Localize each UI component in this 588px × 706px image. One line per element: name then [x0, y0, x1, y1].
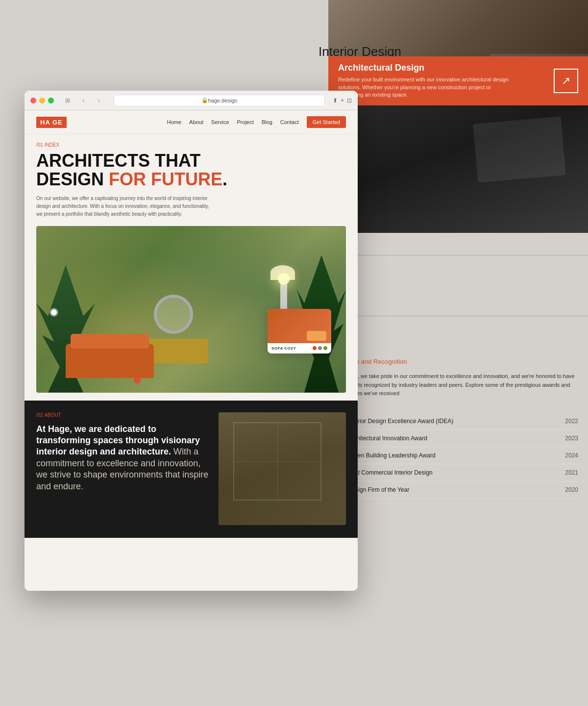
product-card-image — [268, 309, 331, 343]
browser-nav-controls: ⊞ ‹ › — [61, 95, 106, 106]
browser-forward-icon[interactable]: › — [92, 95, 106, 106]
nav-link-home[interactable]: Home — [167, 119, 181, 125]
bg-award-year-2: 2023 — [565, 435, 578, 442]
bg-award-name-3: Green Building Leadership Award — [348, 452, 565, 459]
browser-share-icon[interactable]: ⬆ — [333, 97, 338, 104]
browser-chrome: ⊞ ‹ › 🔒 hage.design ⬆ + ⊡ — [24, 91, 358, 110]
hero-title-line2-normal: DESIGN — [36, 169, 109, 189]
bg-award-item-1: Interior Design Excellence Award (IDEA) … — [338, 413, 578, 430]
about-section: /02 ABOUT At Hage, we are dedicated to t… — [24, 401, 358, 538]
browser-grid-icon[interactable]: ⊞ — [61, 95, 74, 106]
bg-right-dividers: n — [328, 235, 588, 336]
about-index-label: /02 ABOUT — [36, 412, 209, 418]
bg-award-year-4: 2021 — [565, 469, 578, 476]
address-bar-url: hage.design — [208, 98, 238, 103]
nav-cta-button[interactable]: Get Started — [307, 116, 346, 128]
about-image — [219, 412, 346, 525]
traffic-light-minimize[interactable] — [39, 98, 45, 103]
about-title: At Hage, we are dedicated to transformin… — [36, 424, 209, 492]
bg-divider-1 — [328, 255, 588, 255]
hero-title: ARCHITECTS THAT DESIGN FOR FUTURE. — [36, 151, 346, 189]
bg-award-name-4: Best Commercial Interior Design — [348, 469, 565, 476]
bg-arch-card-content: Architectural Design Redefine your built… — [338, 63, 554, 99]
bg-divider-2 — [328, 316, 588, 316]
browser-window: ⊞ ‹ › 🔒 hage.design ⬆ + ⊡ HA GE Home Abo… — [24, 91, 358, 591]
nav-link-project[interactable]: Project — [237, 119, 254, 125]
website-content: HA GE Home About Service Project Blog Co… — [24, 110, 358, 591]
hero-title-highlight: FOR FUTURE — [109, 169, 222, 189]
sofa-furniture — [66, 344, 154, 378]
site-logo[interactable]: HA GE — [36, 117, 67, 128]
about-window-element — [233, 422, 321, 501]
bg-architect-photo — [328, 105, 588, 233]
nav-link-contact[interactable]: Contact — [280, 119, 299, 125]
product-color-swatches — [313, 346, 327, 350]
mirror-decoration — [154, 295, 193, 334]
dot-indicator-red[interactable] — [134, 377, 140, 383]
bg-award-item-2: Architectural Innovation Award 2023 — [338, 430, 578, 447]
site-navigation: HA GE Home About Service Project Blog Co… — [24, 110, 358, 134]
bg-n-text: n — [328, 275, 588, 296]
nav-link-about[interactable]: About — [189, 119, 203, 125]
bg-award-name-2: Architectural Innovation Award — [348, 435, 565, 442]
bg-arch-card-title: Architectural Design — [338, 63, 554, 73]
hero-title-punctuation: . — [222, 169, 227, 189]
hero-image: SOFA COZY — [36, 226, 346, 393]
bg-award-year-3: 2024 — [565, 452, 578, 459]
bg-award-name-1: Interior Design Excellence Award (IDEA) — [348, 418, 565, 425]
bg-arch-card-desc: Redefine your built environment with our… — [338, 76, 510, 99]
browser-back-icon[interactable]: ‹ — [76, 95, 90, 106]
address-bar-lock-icon: 🔒 — [201, 97, 208, 103]
about-content: /02 ABOUT At Hage, we are dedicated to t… — [36, 412, 209, 526]
browser-action-buttons: ⬆ + ⊡ — [333, 97, 352, 104]
nav-link-blog[interactable]: Blog — [262, 119, 272, 125]
traffic-light-close[interactable] — [30, 98, 36, 103]
address-bar[interactable]: 🔒 hage.design — [114, 95, 325, 106]
color-swatch-grey[interactable] — [318, 346, 322, 350]
bg-award-year-5: 2020 — [565, 486, 578, 493]
lamp-glow — [278, 273, 290, 285]
bg-award-item-5: Design Firm of the Year 2020 — [338, 481, 578, 499]
nav-link-service[interactable]: Service — [211, 119, 229, 125]
bg-award-item-4: Best Commercial Interior Design 2021 — [338, 464, 578, 481]
traffic-light-maximize[interactable] — [48, 98, 54, 103]
bg-awards-section: Awards and Recognition At Hage, we take … — [328, 358, 588, 499]
traffic-lights — [30, 98, 54, 103]
bg-award-year-1: 2022 — [565, 418, 578, 425]
hero-index-label: /01 INDEX — [36, 142, 346, 148]
bg-award-name-5: Design Firm of the Year — [348, 486, 565, 493]
hero-section: /01 INDEX ARCHITECTS THAT DESIGN FOR FUT… — [24, 134, 358, 401]
browser-add-tab-icon[interactable]: + — [341, 97, 344, 104]
hero-description: On our website, we offer a captivating j… — [36, 195, 213, 218]
bg-awards-description: At Hage, we take pride in our commitment… — [338, 372, 578, 398]
browser-tabs-icon[interactable]: ⊡ — [347, 97, 352, 104]
color-swatch-green[interactable] — [323, 346, 327, 350]
product-card-name: SOFA COZY — [271, 346, 296, 351]
hero-title-line1: ARCHITECTS THAT — [36, 151, 200, 171]
bg-arch-arrow-icon[interactable]: ↗ — [554, 69, 578, 93]
dot-indicator-white[interactable] — [51, 309, 57, 315]
product-card-info: SOFA COZY — [268, 343, 331, 353]
bg-awards-title: Awards and Recognition — [338, 358, 578, 365]
bg-award-item-3: Green Building Leadership Award 2024 — [338, 447, 578, 464]
nav-links: Home About Service Project Blog Contact … — [167, 116, 346, 128]
product-card: SOFA COZY — [268, 309, 331, 353]
bg-arch-card: Architectural Design Redefine your built… — [328, 56, 588, 105]
color-swatch-orange[interactable] — [313, 346, 317, 350]
